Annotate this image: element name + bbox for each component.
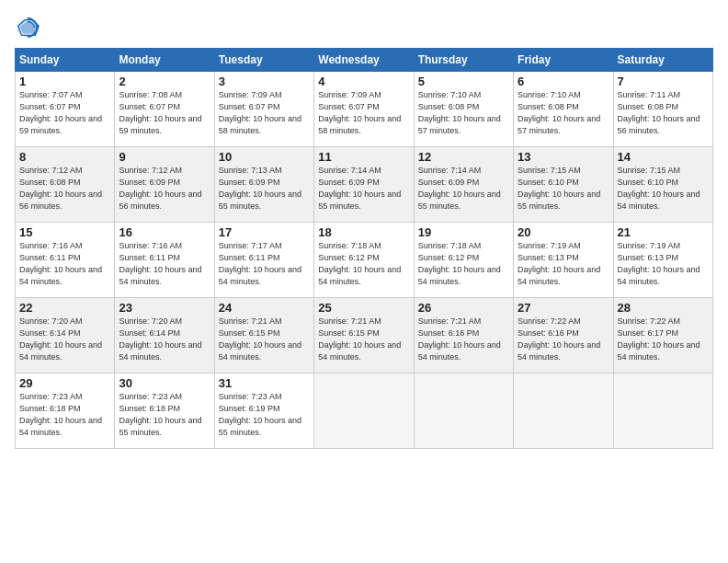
day-cell: 10 Sunrise: 7:13 AMSunset: 6:09 PMDaylig… <box>214 147 313 223</box>
day-info: Sunrise: 7:09 AMSunset: 6:07 PMDaylight:… <box>219 90 301 135</box>
day-cell: 23 Sunrise: 7:20 AMSunset: 6:14 PMDaylig… <box>115 298 214 373</box>
day-number: 30 <box>119 376 210 390</box>
day-number: 29 <box>19 376 110 390</box>
day-info: Sunrise: 7:23 AMSunset: 6:18 PMDaylight:… <box>19 392 102 437</box>
day-info: Sunrise: 7:21 AMSunset: 6:15 PMDaylight:… <box>219 316 301 362</box>
day-info: Sunrise: 7:15 AMSunset: 6:10 PMDaylight:… <box>618 166 700 211</box>
week-row-5: 29 Sunrise: 7:23 AMSunset: 6:18 PMDaylig… <box>16 373 713 449</box>
day-number: 17 <box>219 225 310 239</box>
col-header-friday: Friday <box>514 49 613 72</box>
day-cell: 26 Sunrise: 7:21 AMSunset: 6:16 PMDaylig… <box>414 298 513 373</box>
day-cell: 11 Sunrise: 7:14 AMSunset: 6:09 PMDaylig… <box>314 147 414 223</box>
day-number: 23 <box>119 301 210 315</box>
day-cell: 22 Sunrise: 7:20 AMSunset: 6:14 PMDaylig… <box>16 298 115 373</box>
week-row-2: 8 Sunrise: 7:12 AMSunset: 6:08 PMDayligh… <box>16 147 713 223</box>
col-header-monday: Monday <box>115 49 214 72</box>
day-number: 8 <box>19 150 110 164</box>
day-info: Sunrise: 7:18 AMSunset: 6:12 PMDaylight:… <box>418 241 501 286</box>
day-cell: 31 Sunrise: 7:23 AMSunset: 6:19 PMDaylig… <box>214 373 313 449</box>
day-cell: 12 Sunrise: 7:14 AMSunset: 6:09 PMDaylig… <box>414 147 513 223</box>
day-number: 18 <box>318 225 409 239</box>
day-number: 28 <box>618 301 709 315</box>
day-cell: 17 Sunrise: 7:17 AMSunset: 6:11 PMDaylig… <box>214 223 313 298</box>
day-number: 21 <box>618 225 709 239</box>
day-cell: 16 Sunrise: 7:16 AMSunset: 6:11 PMDaylig… <box>115 223 214 298</box>
day-info: Sunrise: 7:09 AMSunset: 6:07 PMDaylight:… <box>318 90 401 135</box>
day-info: Sunrise: 7:15 AMSunset: 6:10 PMDaylight:… <box>518 166 600 211</box>
day-info: Sunrise: 7:13 AMSunset: 6:09 PMDaylight:… <box>219 166 301 211</box>
day-cell: 13 Sunrise: 7:15 AMSunset: 6:10 PMDaylig… <box>514 147 613 223</box>
day-cell: 30 Sunrise: 7:23 AMSunset: 6:18 PMDaylig… <box>115 373 214 449</box>
col-header-sunday: Sunday <box>16 49 115 72</box>
day-number: 22 <box>19 301 110 315</box>
day-cell: 7 Sunrise: 7:11 AMSunset: 6:08 PMDayligh… <box>613 72 712 147</box>
day-info: Sunrise: 7:14 AMSunset: 6:09 PMDaylight:… <box>418 166 501 211</box>
col-header-tuesday: Tuesday <box>214 49 313 72</box>
day-info: Sunrise: 7:16 AMSunset: 6:11 PMDaylight:… <box>19 241 102 286</box>
day-cell: 18 Sunrise: 7:18 AMSunset: 6:12 PMDaylig… <box>314 223 414 298</box>
header <box>15 15 713 40</box>
week-row-4: 22 Sunrise: 7:20 AMSunset: 6:14 PMDaylig… <box>16 298 713 373</box>
week-row-1: 1 Sunrise: 7:07 AMSunset: 6:07 PMDayligh… <box>16 72 713 147</box>
day-info: Sunrise: 7:14 AMSunset: 6:09 PMDaylight:… <box>318 166 401 211</box>
day-info: Sunrise: 7:18 AMSunset: 6:12 PMDaylight:… <box>318 241 401 286</box>
day-cell <box>613 373 712 449</box>
day-cell: 1 Sunrise: 7:07 AMSunset: 6:07 PMDayligh… <box>16 72 115 147</box>
day-cell <box>514 373 613 449</box>
day-cell: 19 Sunrise: 7:18 AMSunset: 6:12 PMDaylig… <box>414 223 513 298</box>
day-number: 2 <box>119 75 210 88</box>
day-number: 4 <box>318 75 409 88</box>
day-info: Sunrise: 7:22 AMSunset: 6:17 PMDaylight:… <box>618 316 700 362</box>
day-number: 26 <box>418 301 509 315</box>
day-number: 1 <box>19 75 110 88</box>
day-number: 15 <box>19 225 110 239</box>
day-number: 25 <box>318 301 409 315</box>
day-cell: 20 Sunrise: 7:19 AMSunset: 6:13 PMDaylig… <box>514 223 613 298</box>
day-cell: 4 Sunrise: 7:09 AMSunset: 6:07 PMDayligh… <box>314 72 414 147</box>
day-number: 10 <box>219 150 310 164</box>
day-cell: 25 Sunrise: 7:21 AMSunset: 6:15 PMDaylig… <box>314 298 414 373</box>
day-number: 9 <box>119 150 210 164</box>
day-cell: 21 Sunrise: 7:19 AMSunset: 6:13 PMDaylig… <box>613 223 712 298</box>
day-info: Sunrise: 7:23 AMSunset: 6:18 PMDaylight:… <box>119 392 201 437</box>
day-number: 19 <box>418 225 509 239</box>
day-cell: 28 Sunrise: 7:22 AMSunset: 6:17 PMDaylig… <box>613 298 712 373</box>
logo <box>15 15 42 40</box>
day-info: Sunrise: 7:12 AMSunset: 6:08 PMDaylight:… <box>19 166 102 211</box>
day-number: 24 <box>219 301 310 315</box>
logo-icon <box>15 15 40 40</box>
day-cell <box>314 373 414 449</box>
day-number: 13 <box>518 150 609 164</box>
day-number: 31 <box>219 376 310 390</box>
day-number: 16 <box>119 225 210 239</box>
day-info: Sunrise: 7:22 AMSunset: 6:16 PMDaylight:… <box>518 316 600 362</box>
day-info: Sunrise: 7:10 AMSunset: 6:08 PMDaylight:… <box>518 90 600 135</box>
calendar-page: SundayMondayTuesdayWednesdayThursdayFrid… <box>0 0 728 563</box>
day-info: Sunrise: 7:20 AMSunset: 6:14 PMDaylight:… <box>119 316 201 362</box>
day-info: Sunrise: 7:11 AMSunset: 6:08 PMDaylight:… <box>618 90 700 135</box>
day-info: Sunrise: 7:12 AMSunset: 6:09 PMDaylight:… <box>119 166 201 211</box>
day-cell: 5 Sunrise: 7:10 AMSunset: 6:08 PMDayligh… <box>414 72 513 147</box>
day-number: 5 <box>418 75 509 88</box>
col-header-saturday: Saturday <box>613 49 712 72</box>
header-row: SundayMondayTuesdayWednesdayThursdayFrid… <box>16 49 713 72</box>
day-info: Sunrise: 7:21 AMSunset: 6:16 PMDaylight:… <box>418 316 501 362</box>
day-info: Sunrise: 7:19 AMSunset: 6:13 PMDaylight:… <box>518 241 600 286</box>
day-cell: 29 Sunrise: 7:23 AMSunset: 6:18 PMDaylig… <box>16 373 115 449</box>
day-cell: 14 Sunrise: 7:15 AMSunset: 6:10 PMDaylig… <box>613 147 712 223</box>
day-info: Sunrise: 7:23 AMSunset: 6:19 PMDaylight:… <box>219 392 301 437</box>
col-header-thursday: Thursday <box>414 49 513 72</box>
day-cell: 6 Sunrise: 7:10 AMSunset: 6:08 PMDayligh… <box>514 72 613 147</box>
day-info: Sunrise: 7:19 AMSunset: 6:13 PMDaylight:… <box>618 241 700 286</box>
day-number: 3 <box>219 75 310 88</box>
day-cell: 24 Sunrise: 7:21 AMSunset: 6:15 PMDaylig… <box>214 298 313 373</box>
day-info: Sunrise: 7:17 AMSunset: 6:11 PMDaylight:… <box>219 241 301 286</box>
day-number: 7 <box>618 75 709 88</box>
day-cell <box>414 373 513 449</box>
day-info: Sunrise: 7:07 AMSunset: 6:07 PMDaylight:… <box>19 90 102 135</box>
day-number: 6 <box>518 75 609 88</box>
day-cell: 8 Sunrise: 7:12 AMSunset: 6:08 PMDayligh… <box>16 147 115 223</box>
day-cell: 15 Sunrise: 7:16 AMSunset: 6:11 PMDaylig… <box>16 223 115 298</box>
day-number: 27 <box>518 301 609 315</box>
day-info: Sunrise: 7:21 AMSunset: 6:15 PMDaylight:… <box>318 316 401 362</box>
